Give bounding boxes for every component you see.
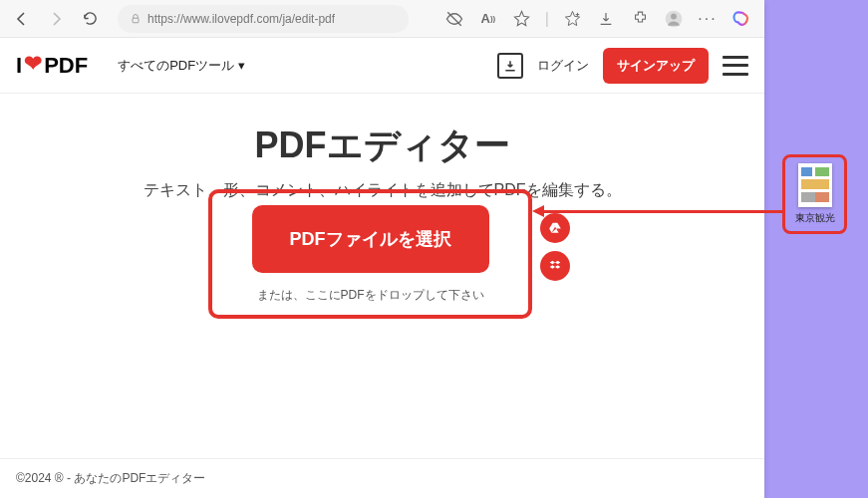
all-tools-menu[interactable]: すべてのPDFツール ▾ xyxy=(118,57,245,75)
lock-icon xyxy=(130,13,142,25)
favorite-icon[interactable] xyxy=(511,8,533,30)
footer: ©2024 ® - あなたのPDFエディター xyxy=(0,458,764,498)
site-header: I ❤ PDF すべてのPDFツール ▾ ログイン サインアップ xyxy=(0,38,764,94)
annotation-arrow xyxy=(542,210,784,213)
address-bar[interactable]: https://www.ilovepdf.com/ja/edit-pdf xyxy=(118,5,409,33)
dropbox-button[interactable] xyxy=(540,251,570,281)
file-drop-zone[interactable]: PDFファイルを選択 または、ここにPDFをドロップして下さい xyxy=(208,189,532,319)
signup-button[interactable]: サインアップ xyxy=(603,48,709,84)
page-title: PDFエディター xyxy=(0,122,764,170)
select-file-button[interactable]: PDFファイルを選択 xyxy=(252,205,489,273)
google-drive-button[interactable] xyxy=(540,213,570,243)
desktop-file[interactable]: 東京観光 xyxy=(782,154,847,234)
copilot-icon[interactable] xyxy=(730,8,752,30)
read-aloud-icon[interactable]: A)) xyxy=(477,8,499,30)
svg-point-2 xyxy=(671,13,677,19)
file-label: 東京観光 xyxy=(795,211,835,225)
hamburger-menu[interactable] xyxy=(723,56,748,76)
refresh-button[interactable] xyxy=(76,5,104,33)
main-content: PDFエディター テキスト、形、コメント、ハイライトを追加してPDFを編集する。… xyxy=(0,94,764,458)
footer-text: ©2024 ® - あなたのPDFエディター xyxy=(16,470,205,487)
download-icon[interactable] xyxy=(595,8,617,30)
desktop-app-icon[interactable] xyxy=(497,53,523,79)
file-thumbnail xyxy=(798,163,832,207)
logo-text-2: PDF xyxy=(44,53,88,79)
site-logo[interactable]: I ❤ PDF xyxy=(16,53,88,79)
forward-button[interactable] xyxy=(42,5,70,33)
heart-icon: ❤ xyxy=(24,51,42,77)
collections-icon[interactable] xyxy=(561,8,583,30)
drop-hint-text: または、ここにPDFをドロップして下さい xyxy=(257,287,484,304)
login-link[interactable]: ログイン xyxy=(537,57,589,75)
all-tools-label: すべてのPDFツール xyxy=(118,57,234,75)
tracking-icon[interactable] xyxy=(443,8,465,30)
url-text: https://www.ilovepdf.com/ja/edit-pdf xyxy=(147,12,335,26)
annotation-arrow-head xyxy=(532,205,544,217)
more-icon[interactable]: ··· xyxy=(697,8,719,30)
extensions-icon[interactable] xyxy=(629,8,651,30)
profile-icon[interactable] xyxy=(663,8,685,30)
back-button[interactable] xyxy=(8,5,36,33)
browser-toolbar: https://www.ilovepdf.com/ja/edit-pdf A))… xyxy=(0,0,764,38)
logo-text-1: I xyxy=(16,53,22,79)
chevron-down-icon: ▾ xyxy=(238,58,245,73)
svg-rect-0 xyxy=(133,18,139,23)
